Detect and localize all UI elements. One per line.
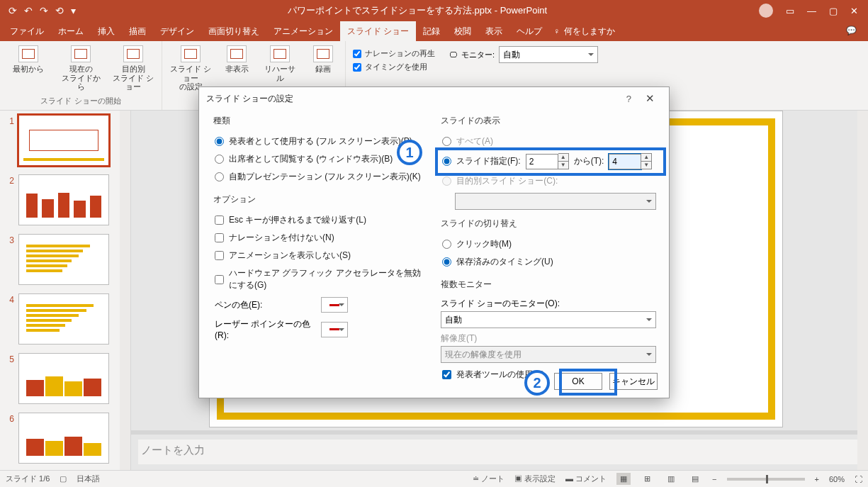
use-timings-check[interactable]: タイミングを使用 [353,60,435,74]
spin-down-icon[interactable]: ▼ [641,162,651,169]
monitor-select[interactable]: 自動 [499,46,598,63]
thumbnail-scrollbar[interactable] [120,111,130,470]
tab-file[interactable]: ファイル [3,21,51,41]
thumbnail-3[interactable]: 3 [0,230,130,289]
chk-loop[interactable]: Esc キーが押されるまで繰り返す(L) [213,211,427,229]
hide-slide-button[interactable]: 非表示 [222,45,252,74]
play-icon [18,45,38,62]
autosave-icon[interactable]: ⟳ [9,5,17,16]
comments-toggle[interactable]: ▬ コメント [565,474,607,484]
thumbnail-2[interactable]: 2 [0,170,130,230]
range-to-input[interactable] [609,154,641,169]
spin-down-icon[interactable]: ▼ [558,162,568,169]
tab-review[interactable]: 校閲 [447,21,478,41]
close-icon[interactable]: ✕ [850,6,858,16]
view-normal-icon[interactable]: ▦ [616,473,631,485]
group-advance: スライドの切り替え クリック時(M) 保存済みのタイミング(U) [441,215,656,271]
rehearse-button[interactable]: リハーサル [261,45,298,82]
from-beginning-button[interactable]: 最初から [7,45,50,74]
fit-icon[interactable]: ⛶ [855,475,862,483]
radio-presenter[interactable]: 発表者として使用する (フル スクリーン表示)(P) [213,133,427,150]
slideshow-settings-dialog: スライド ショーの設定 ? ✕ 種類 発表者として使用する (フル スクリーン表… [198,86,670,398]
view-sorter-icon[interactable]: ⊞ [641,473,654,485]
monitor-icon: 🖵 [449,50,457,59]
tell-me-text: 何をしますか [564,26,615,38]
zoom-in-icon[interactable]: + [815,475,819,483]
chk-no-narration[interactable]: ナレーションを付けない(N) [213,229,427,247]
notes-pane[interactable]: ノートを入力 [138,440,857,464]
redo-icon[interactable]: ↷ [40,5,48,16]
tab-slideshow[interactable]: スライド ショー [340,21,416,41]
ok-button[interactable]: OK [554,373,602,390]
range-to-label: から(T): [574,155,604,167]
range-from-input[interactable] [526,154,558,169]
resolution-label: 解像度(T) [441,328,656,346]
custom-slideshow-button[interactable]: 目的別 スライド ショー [112,45,154,91]
tab-insert[interactable]: 挿入 [91,21,122,41]
ribbon-display-icon[interactable]: ▭ [786,6,794,16]
tab-animations[interactable]: アニメーション [266,21,340,41]
zoom-value[interactable]: 60% [829,475,845,483]
spin-up-icon[interactable]: ▲ [558,154,568,162]
monitor-select-row: 🖵 モニター: 自動 [449,45,598,64]
pen-color-button[interactable] [321,297,348,313]
play-narration-check[interactable]: ナレーションの再生 [353,47,435,60]
radio-all-slides[interactable]: すべて(A) [441,133,656,150]
view-slideshow-icon[interactable]: ▤ [688,473,702,485]
tab-design[interactable]: デザイン [153,21,201,41]
quick-access-toolbar: ⟳ ↶ ↷ ⟲ ▾ [4,5,76,16]
spin-up-icon[interactable]: ▲ [641,154,651,162]
editor-scrollbar[interactable] [857,111,868,470]
minimize-icon[interactable]: — [807,6,816,16]
range-to[interactable]: ▲▼ [609,153,652,169]
monitor-select[interactable]: 自動 [441,311,656,328]
thumbnail-5[interactable]: 5 [0,349,130,408]
zoom-out-icon[interactable]: − [712,475,716,483]
range-from[interactable]: ▲▼ [526,153,569,169]
dialog-titlebar: スライド ショーの設定 ? ✕ [199,87,669,110]
notes-splitter[interactable] [131,430,857,435]
tab-record[interactable]: 記録 [416,21,447,41]
view-reading-icon[interactable]: ▥ [664,473,678,485]
radio-advance-manual[interactable]: クリック時(M) [441,235,656,253]
monitor-label: スライド ショーのモニター(O): [441,296,656,311]
qat-more-icon[interactable]: ▾ [71,5,76,16]
radio-advance-timing[interactable]: 保存済みのタイミング(U) [441,253,656,271]
tab-view[interactable]: 表示 [478,21,509,41]
thumbnail-6[interactable]: 6 [0,408,130,468]
clock-icon [270,45,290,62]
dialog-help-icon[interactable]: ? [619,94,638,104]
record-button[interactable]: 録画 [308,45,338,74]
play-current-icon [71,45,91,62]
custom-show-icon [123,45,143,62]
radio-browsed[interactable]: 出席者として閲覧する (ウィンドウ表示)(B) [213,150,427,168]
tab-help[interactable]: ヘルプ [509,21,549,41]
tab-home[interactable]: ホーム [51,21,91,41]
tab-transitions[interactable]: 画面切り替え [201,21,266,41]
display-settings[interactable]: ▣ 表示設定 [514,474,556,484]
repeat-icon[interactable]: ⟲ [55,5,64,16]
from-current-button[interactable]: 現在の スライドから [60,45,102,91]
thumbnail-1[interactable]: 1 [0,111,130,170]
undo-icon[interactable]: ↶ [24,5,33,16]
share-icon[interactable]: 💬 [838,21,865,41]
chk-no-animation[interactable]: アニメーションを表示しない(S) [213,247,427,264]
laser-color-button[interactable] [321,322,348,337]
thumbnail-4[interactable]: 4 [0,289,130,349]
group-title-type: 種類 [213,113,427,133]
language-indicator[interactable]: 日本語 [77,474,100,484]
radio-kiosk[interactable]: 自動プレゼンテーション (フル スクリーン表示)(K) [213,168,427,186]
zoom-slider[interactable] [727,478,805,481]
user-avatar-icon[interactable] [759,4,773,18]
tab-draw[interactable]: 描画 [122,21,153,41]
dialog-close-icon[interactable]: ✕ [638,92,662,105]
slideshow-settings-button[interactable]: スライド ショー の設定 [169,45,212,91]
cancel-button[interactable]: キャンセル [609,373,658,390]
radio-slide-range[interactable] [442,157,451,166]
notes-toggle[interactable]: ≐ ノート [473,474,505,484]
custom-show-select [455,193,656,210]
tell-me[interactable]: ♀ 何をしますか [553,21,615,41]
chk-disable-hw[interactable]: ハードウェア グラフィック アクセラレータを無効にする(G) [213,264,427,294]
maximize-icon[interactable]: ▢ [829,6,838,16]
accessibility-icon[interactable]: ▢ [60,474,67,483]
